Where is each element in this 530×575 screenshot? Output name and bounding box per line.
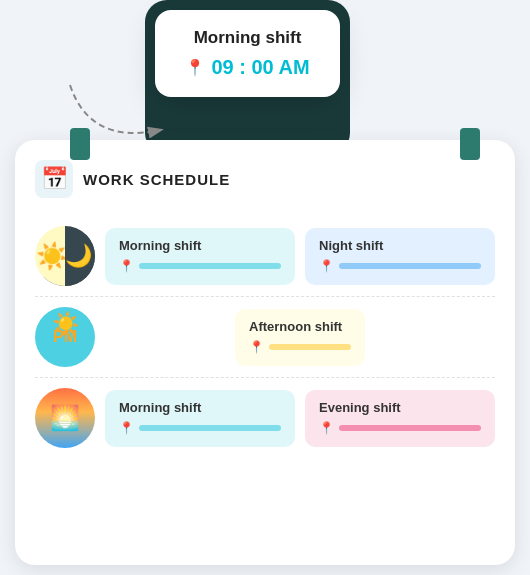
floating-card-time: 📍 09 : 00 AM (183, 56, 312, 79)
shift-cards-row3: Morning shift 📍 Evening shift 📍 (105, 390, 495, 447)
shift-name-evening: Evening shift (319, 400, 481, 415)
shift-bar-evening: 📍 (319, 421, 481, 435)
sun-half: ☀️ (35, 226, 65, 286)
shift-card-evening: Evening shift 📍 (305, 390, 495, 447)
shift-bar-night-1: 📍 (319, 259, 481, 273)
floating-card-time-value: 09 : 00 AM (211, 56, 309, 79)
main-card: 📅 WORK SCHEDULE ☀️ 🌙 Morning shift � (15, 140, 515, 565)
calendar-icon: 📅 (41, 166, 68, 192)
bar-morning-1 (139, 263, 281, 269)
shift-cards-row1: Morning shift 📍 Night shift 📍 (105, 228, 495, 285)
shift-name-morning-3: Morning shift (119, 400, 281, 415)
shift-card-night-1: Night shift 📍 (305, 228, 495, 285)
bar-afternoon (269, 344, 351, 350)
shift-bar-morning-3: 📍 (119, 421, 281, 435)
bird-icon: 🌅 (50, 404, 80, 432)
shift-name-afternoon: Afternoon shift (249, 319, 351, 334)
pin-icon-1a: 📍 (119, 259, 134, 273)
pin-icon-1b: 📍 (319, 259, 334, 273)
scene: Morning shift 📍 09 : 00 AM 📅 WORK SCHEDU… (0, 0, 530, 575)
sun-emoji: ☀️ (36, 241, 68, 272)
calendar-icon-wrap: 📅 (35, 160, 73, 198)
moon-half: 🌙 (65, 226, 95, 286)
bar-night-1 (339, 263, 481, 269)
schedule-row-3: 🌅 Morning shift 📍 Evening shift 📍 (35, 378, 495, 458)
sun-moon-icon: ☀️ 🌙 (35, 226, 95, 286)
header-title: WORK SCHEDULE (83, 171, 230, 188)
shift-bar-afternoon: 📍 (249, 340, 351, 354)
shift-bar-morning-1: 📍 (119, 259, 281, 273)
pm-icon: ☀️ PM (35, 307, 95, 367)
pin-icon-3b: 📍 (319, 421, 334, 435)
shift-name-night-1: Night shift (319, 238, 481, 253)
shift-card-morning-1: Morning shift 📍 (105, 228, 295, 285)
schedule-row-1: ☀️ 🌙 Morning shift 📍 Night shift (35, 216, 495, 297)
schedule-row-2: ☀️ PM Afternoon shift 📍 (35, 297, 495, 378)
binder-right (460, 128, 480, 160)
shift-name-morning-1: Morning shift (119, 238, 281, 253)
pm-text: PM (53, 328, 77, 346)
pin-icon-3a: 📍 (119, 421, 134, 435)
dashed-arrow (60, 75, 180, 155)
shift-card-afternoon: Afternoon shift 📍 (235, 309, 365, 366)
shift-card-morning-3: Morning shift 📍 (105, 390, 295, 447)
moon-emoji: 🌙 (65, 243, 92, 269)
floating-shift-card: Morning shift 📍 09 : 00 AM (155, 10, 340, 97)
pin-icon-2: 📍 (249, 340, 264, 354)
card-header: 📅 WORK SCHEDULE (35, 160, 495, 198)
pin-icon-floating: 📍 (185, 58, 205, 77)
shift-cards-row2: Afternoon shift 📍 (105, 309, 495, 366)
evening-icon: 🌅 (35, 388, 95, 448)
floating-card-title: Morning shift (183, 28, 312, 48)
bar-morning-3 (139, 425, 281, 431)
bar-evening (339, 425, 481, 431)
